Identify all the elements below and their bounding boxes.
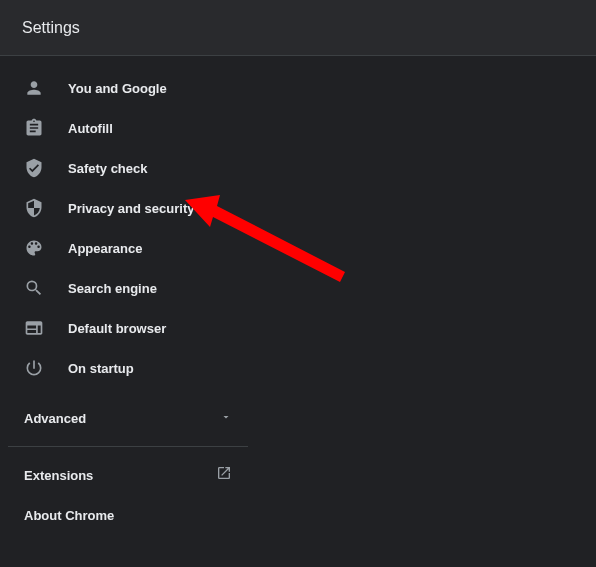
person-icon — [24, 78, 44, 98]
open-in-new-icon — [216, 465, 232, 485]
sidebar-item-label: Safety check — [68, 161, 148, 176]
sidebar-item-you-and-google[interactable]: You and Google — [0, 68, 256, 108]
sidebar-item-about-chrome[interactable]: About Chrome — [0, 495, 256, 535]
page-title: Settings — [22, 19, 80, 37]
divider — [8, 446, 248, 447]
sidebar-item-label: Privacy and security — [68, 201, 194, 216]
verified-user-icon — [24, 158, 44, 178]
chevron-down-icon — [220, 409, 232, 427]
sidebar-item-label: Default browser — [68, 321, 166, 336]
advanced-label: Advanced — [24, 411, 86, 426]
sidebar-item-search-engine[interactable]: Search engine — [0, 268, 256, 308]
palette-icon — [24, 238, 44, 258]
sidebar-item-default-browser[interactable]: Default browser — [0, 308, 256, 348]
sidebar-item-on-startup[interactable]: On startup — [0, 348, 256, 388]
titlebar: Settings — [0, 0, 596, 56]
sidebar-item-privacy-and-security[interactable]: Privacy and security — [0, 188, 256, 228]
sidebar-item-appearance[interactable]: Appearance — [0, 228, 256, 268]
sidebar-item-label: Search engine — [68, 281, 157, 296]
sidebar-item-extensions[interactable]: Extensions — [0, 455, 256, 495]
sidebar-item-label: Appearance — [68, 241, 142, 256]
sidebar-item-label: On startup — [68, 361, 134, 376]
sidebar: You and Google Autofill Safety check Pri… — [0, 56, 256, 535]
sidebar-advanced-toggle[interactable]: Advanced — [0, 398, 256, 438]
search-icon — [24, 278, 44, 298]
about-label: About Chrome — [24, 508, 114, 523]
sidebar-item-autofill[interactable]: Autofill — [0, 108, 256, 148]
sidebar-item-label: You and Google — [68, 81, 167, 96]
web-icon — [24, 318, 44, 338]
power-icon — [24, 358, 44, 378]
security-icon — [24, 198, 44, 218]
assignment-icon — [24, 118, 44, 138]
sidebar-item-label: Autofill — [68, 121, 113, 136]
sidebar-item-safety-check[interactable]: Safety check — [0, 148, 256, 188]
extensions-label: Extensions — [24, 468, 93, 483]
